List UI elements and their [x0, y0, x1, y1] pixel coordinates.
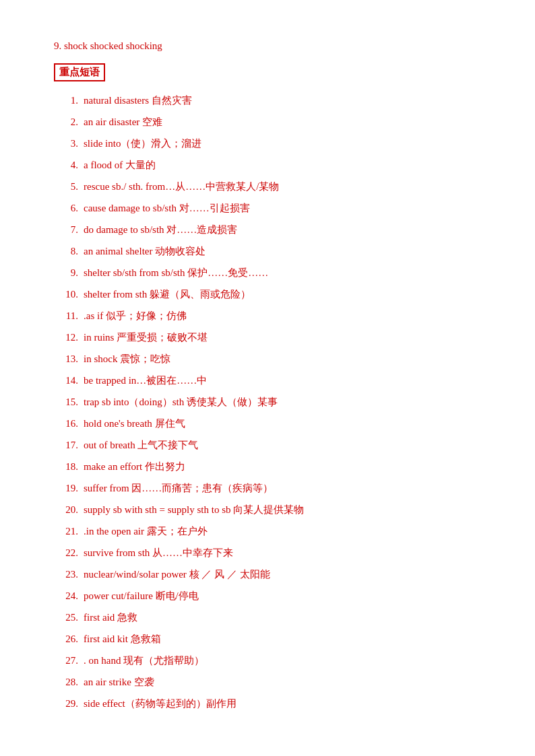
phrase-number: 2. [54, 114, 78, 130]
section-title: 重点短语 [54, 63, 105, 81]
list-item: 1.natural disasters 自然灾害 [54, 92, 481, 108]
list-item: 7.do damage to sb/sth 对……造成损害 [54, 221, 481, 238]
list-item: 22.survive from sth 从……中幸存下来 [54, 545, 481, 561]
list-item: 4.a flood of 大量的 [54, 157, 481, 173]
phrase-content: .as if 似乎；好像；仿佛 [84, 308, 481, 324]
list-item: 27.. on hand 现有（尤指帮助） [54, 652, 481, 668]
header-section: 9. shock shocked shocking [54, 40, 481, 52]
phrase-number: 27. [54, 652, 78, 668]
phrase-content: an air disaster 空难 [84, 114, 481, 130]
phrase-number: 17. [54, 437, 78, 453]
phrase-number: 10. [54, 286, 78, 302]
phrase-list: 1.natural disasters 自然灾害2.an air disaste… [54, 92, 481, 712]
list-item: 9.shelter sb/sth from sb/sth 保护……免受…… [54, 265, 481, 281]
phrase-content: shelter sb/sth from sb/sth 保护……免受…… [84, 265, 481, 281]
phrase-number: 16. [54, 415, 78, 432]
phrase-content: survive from sth 从……中幸存下来 [84, 545, 481, 561]
list-item: 19.suffer from 因……而痛苦；患有（疾病等） [54, 480, 481, 496]
list-item: 23.nuclear/wind/solar power 核 ／ 风 ／ 太阳能 [54, 566, 481, 582]
phrase-content: first aid kit 急救箱 [84, 631, 481, 647]
phrase-number: 19. [54, 480, 78, 496]
phrase-content: hold one's breath 屏住气 [84, 415, 481, 432]
phrase-number: 25. [54, 609, 78, 625]
phrase-content: cause damage to sb/sth 对……引起损害 [84, 200, 481, 216]
list-item: 6.cause damage to sb/sth 对……引起损害 [54, 200, 481, 216]
phrase-content: power cut/failure 断电/停电 [84, 588, 481, 604]
list-item: 8.an animal shelter 动物收容处 [54, 243, 481, 259]
phrase-content: supply sb with sth = supply sth to sb 向某… [84, 502, 481, 518]
phrase-number: 13. [54, 351, 78, 367]
phrase-content: make an effort 作出努力 [84, 458, 481, 475]
list-item: 16.hold one's breath 屏住气 [54, 415, 481, 432]
list-item: 11..as if 似乎；好像；仿佛 [54, 308, 481, 324]
phrase-number: 22. [54, 545, 78, 561]
list-item: 21..in the open air 露天；在户外 [54, 523, 481, 539]
phrase-number: 29. [54, 695, 78, 712]
phrase-number: 21. [54, 523, 78, 539]
phrase-number: 9. [54, 265, 78, 281]
list-item: 25.first aid 急救 [54, 609, 481, 625]
phrase-number: 15. [54, 394, 78, 410]
phrase-content: rescue sb./ sth. from…从……中营救某人/某物 [84, 178, 481, 195]
phrase-content: in shock 震惊；吃惊 [84, 351, 481, 367]
list-item: 5.rescue sb./ sth. from…从……中营救某人/某物 [54, 178, 481, 195]
phrase-number: 4. [54, 157, 78, 173]
list-item: 3.slide into（使）滑入；溜进 [54, 135, 481, 151]
phrase-content: an animal shelter 动物收容处 [84, 243, 481, 259]
phrase-number: 6. [54, 200, 78, 216]
phrase-content: nuclear/wind/solar power 核 ／ 风 ／ 太阳能 [84, 566, 481, 582]
phrase-content: side effect（药物等起到的）副作用 [84, 695, 481, 712]
phrase-content: suffer from 因……而痛苦；患有（疾病等） [84, 480, 481, 496]
list-item: 14.be trapped in…被困在……中 [54, 372, 481, 388]
section-title-wrapper: 重点短语 [54, 63, 481, 92]
phrase-number: 1. [54, 92, 78, 108]
list-item: 15.trap sb into（doing）sth 诱使某人（做）某事 [54, 394, 481, 410]
phrase-content: .in the open air 露天；在户外 [84, 523, 481, 539]
list-item: 17.out of breath 上气不接下气 [54, 437, 481, 453]
list-item: 12.in ruins 严重受损；破败不堪 [54, 329, 481, 345]
phrase-number: 5. [54, 178, 78, 195]
list-item: 29.side effect（药物等起到的）副作用 [54, 695, 481, 712]
list-item: 24.power cut/failure 断电/停电 [54, 588, 481, 604]
phrase-number: 12. [54, 329, 78, 345]
phrase-content: an air strike 空袭 [84, 674, 481, 690]
phrase-number: 23. [54, 566, 78, 582]
phrase-content: natural disasters 自然灾害 [84, 92, 481, 108]
phrase-content: first aid 急救 [84, 609, 481, 625]
phrase-content: be trapped in…被困在……中 [84, 372, 481, 388]
phrase-number: 28. [54, 674, 78, 690]
phrase-content: do damage to sb/sth 对……造成损害 [84, 221, 481, 238]
phrase-content: . on hand 现有（尤指帮助） [84, 652, 481, 668]
list-item: 13.in shock 震惊；吃惊 [54, 351, 481, 367]
phrase-number: 8. [54, 243, 78, 259]
list-item: 2.an air disaster 空难 [54, 114, 481, 130]
phrase-content: a flood of 大量的 [84, 157, 481, 173]
list-item: 26.first aid kit 急救箱 [54, 631, 481, 647]
phrase-content: slide into（使）滑入；溜进 [84, 135, 481, 151]
phrase-number: 11. [54, 308, 78, 324]
phrase-number: 20. [54, 502, 78, 518]
list-item: 20.supply sb with sth = supply sth to sb… [54, 502, 481, 518]
word-forms-line: 9. shock shocked shocking [54, 40, 481, 52]
phrase-content: shelter from sth 躲避（风、雨或危险） [84, 286, 481, 302]
phrase-number: 26. [54, 631, 78, 647]
phrase-number: 7. [54, 221, 78, 238]
list-item: 10.shelter from sth 躲避（风、雨或危险） [54, 286, 481, 302]
list-item: 28.an air strike 空袭 [54, 674, 481, 690]
phrase-number: 3. [54, 135, 78, 151]
list-item: 18.make an effort 作出努力 [54, 458, 481, 475]
phrase-number: 14. [54, 372, 78, 388]
phrase-content: trap sb into（doing）sth 诱使某人（做）某事 [84, 394, 481, 410]
phrase-content: in ruins 严重受损；破败不堪 [84, 329, 481, 345]
phrase-number: 24. [54, 588, 78, 604]
phrase-number: 18. [54, 458, 78, 475]
phrase-content: out of breath 上气不接下气 [84, 437, 481, 453]
